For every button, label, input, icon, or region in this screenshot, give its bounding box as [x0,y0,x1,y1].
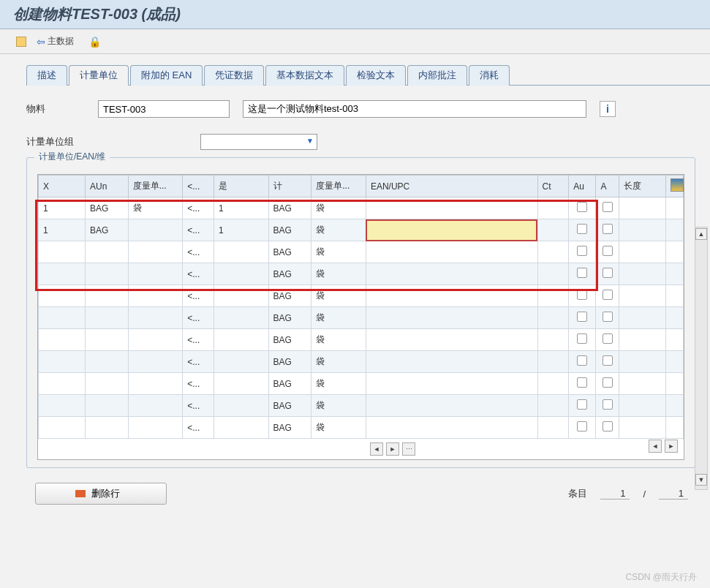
cell-x[interactable] [39,285,86,307]
cell-ean[interactable] [366,197,537,219]
scroll-left-icon[interactable]: ◄ [370,442,383,456]
table-row[interactable]: <...BAG袋 [39,285,684,307]
checkbox-au[interactable] [577,333,587,344]
cell-a[interactable] [596,417,619,439]
checkbox-a[interactable] [603,355,613,366]
cell-a[interactable] [596,197,619,219]
cell-ct[interactable] [537,241,569,263]
cell-x[interactable] [39,395,86,417]
cell-aun[interactable] [85,395,128,417]
cell-measure1[interactable] [128,219,183,241]
scroll-left-icon-2[interactable]: ◄ [649,440,662,453]
tab-inspection-text[interactable]: 检验文本 [346,65,406,86]
cell-length[interactable] [619,417,666,439]
main-data-button[interactable]: ⇦ 主数据 [34,34,77,49]
cell-ji[interactable]: BAG [268,351,311,373]
cell-ct[interactable] [537,351,569,373]
cell-is[interactable] [214,417,268,439]
col-aun[interactable]: AUn [85,176,128,197]
cell-is[interactable] [214,351,268,373]
cell-ean[interactable] [366,263,537,285]
cell-ct[interactable] [537,373,569,395]
info-icon[interactable]: i [600,101,616,117]
cell-ct[interactable] [537,285,569,307]
cell-ean[interactable] [366,219,537,241]
cell-a[interactable] [596,241,619,263]
cell-au[interactable] [569,373,596,395]
cell-ean[interactable] [366,351,537,373]
mode-button[interactable] [13,35,29,48]
cell-ji[interactable]: BAG [268,197,311,219]
checkbox-a[interactable] [603,421,613,431]
checkbox-au[interactable] [577,421,587,431]
table-row[interactable]: <...BAG袋 [39,417,684,439]
cell-measure1[interactable] [128,351,183,373]
tab-description[interactable]: 描述 [26,65,67,86]
cell-a[interactable] [596,373,619,395]
cell-ct[interactable] [537,329,569,351]
col-ean[interactable]: EAN/UPC [366,176,537,197]
checkbox-au[interactable] [577,290,587,300]
table-row[interactable]: 1BAG袋<...1BAG袋 [39,197,684,219]
cell-ji[interactable]: BAG [268,417,311,439]
cell-measure2[interactable]: 袋 [311,285,366,307]
delete-row-button[interactable]: 删除行 [35,483,167,505]
checkbox-a[interactable] [603,202,613,212]
cell-is[interactable] [214,263,268,285]
col-length[interactable]: 长度 [619,176,666,197]
cell-ct[interactable] [537,307,569,329]
cell-measure1[interactable] [128,263,183,285]
cell-a[interactable] [596,395,619,417]
cell-au[interactable] [569,351,596,373]
tab-consumption[interactable]: 消耗 [469,65,510,86]
cell-arrow[interactable]: <... [183,351,214,373]
cell-arrow[interactable]: <... [183,241,214,263]
checkbox-a[interactable] [603,333,613,344]
cell-length[interactable] [619,373,666,395]
cell-is[interactable] [214,241,268,263]
cell-measure1[interactable]: 袋 [128,197,183,219]
scroll-right-icon-2[interactable]: ► [665,440,678,453]
cell-arrow[interactable]: <... [183,285,214,307]
cell-measure2[interactable]: 袋 [311,373,366,395]
cell-length[interactable] [619,395,666,417]
cell-arrow[interactable]: <... [183,373,214,395]
cell-x[interactable] [39,351,86,373]
col-a[interactable]: A [596,176,619,197]
cell-a[interactable] [596,219,619,241]
cell-is[interactable] [214,373,268,395]
cell-ji[interactable]: BAG [268,395,311,417]
cell-measure1[interactable] [128,241,183,263]
cell-is[interactable] [214,395,268,417]
cell-is[interactable] [214,307,268,329]
cell-measure2[interactable]: 袋 [311,307,366,329]
cell-au[interactable] [569,417,596,439]
table-row[interactable]: <...BAG袋 [39,351,684,373]
cell-au[interactable] [569,395,596,417]
cell-measure2[interactable]: 袋 [311,417,366,439]
cell-x[interactable] [39,263,86,285]
cell-length[interactable] [619,351,666,373]
cell-au[interactable] [569,219,596,241]
cell-x[interactable]: 1 [39,197,86,219]
cell-ct[interactable] [537,197,569,219]
cell-length[interactable] [619,197,666,219]
tab-uom[interactable]: 计量单位 [69,65,129,86]
cell-aun[interactable] [85,241,128,263]
cell-is[interactable]: 1 [214,219,268,241]
tab-additional-ean[interactable]: 附加的 EAN [130,65,203,86]
table-row[interactable]: <...BAG袋 [39,395,684,417]
cell-aun[interactable] [85,329,128,351]
cell-a[interactable] [596,263,619,285]
cell-ean[interactable] [366,395,537,417]
cell-au[interactable] [569,307,596,329]
checkbox-a[interactable] [603,224,613,234]
vertical-scrollbar[interactable]: ▲ ▼ [695,227,708,490]
checkbox-a[interactable] [603,399,613,410]
table-row[interactable]: <...BAG袋 [39,241,684,263]
column-config-icon[interactable] [671,178,684,192]
col-measure2[interactable]: 度量单... [311,176,366,197]
cell-x[interactable]: 1 [39,219,86,241]
cell-arrow[interactable]: <... [183,395,214,417]
cell-au[interactable] [569,197,596,219]
